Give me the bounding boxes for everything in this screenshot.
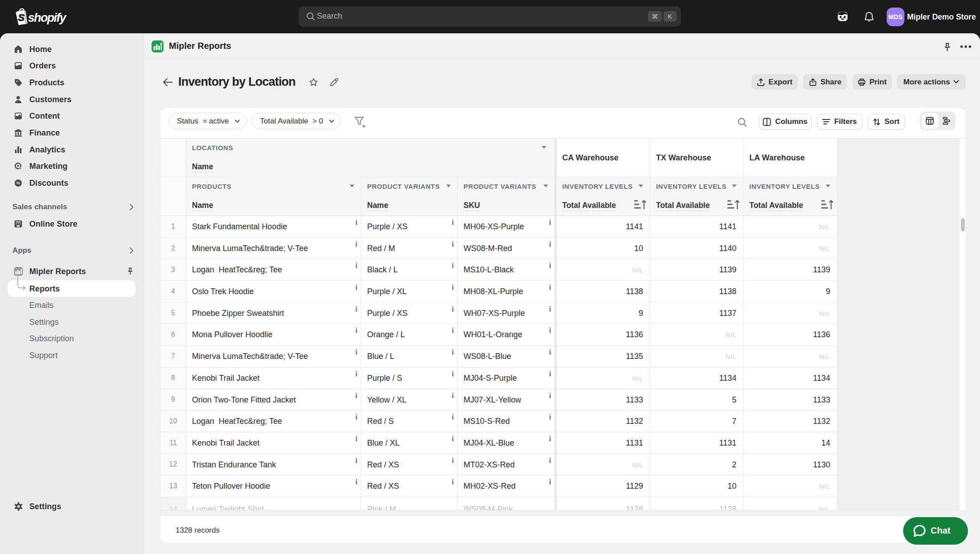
svg-text:S: S [18,12,25,23]
svg-text:shopify: shopify [28,11,67,24]
svg-text:%: % [16,180,20,185]
